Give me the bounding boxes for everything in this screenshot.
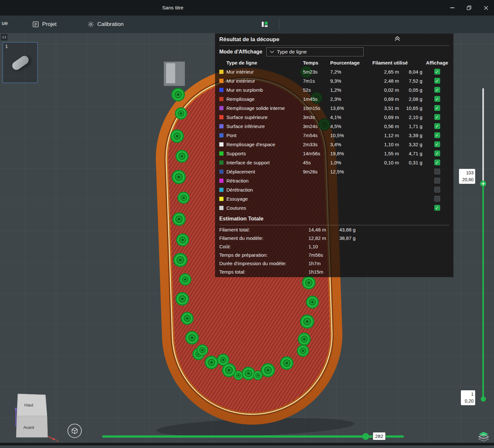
line-color-swatch <box>219 97 223 101</box>
filament-length: 2,48 m <box>372 78 402 84</box>
layers-icon <box>478 431 489 442</box>
lower-layer-height: 0,20 <box>463 398 474 405</box>
line-time: 3m3s <box>303 114 330 120</box>
line-time: 52s <box>303 87 330 93</box>
panel-collapse-button[interactable] <box>394 36 400 42</box>
filament-weight: 3,39 g <box>402 133 425 138</box>
filament-weight: 8,04 g <box>402 69 425 75</box>
line-color-swatch <box>219 188 223 192</box>
clipped-menu-text[interactable]: ue <box>2 20 8 27</box>
plate-thumbnail[interactable]: 1 <box>3 42 38 83</box>
layer-slider-track[interactable] <box>482 182 484 400</box>
window-controls <box>447 0 491 16</box>
line-color-swatch <box>219 88 223 92</box>
line-type-label: Essuyage <box>226 196 303 202</box>
orientation-gizmo[interactable]: Haut Avant x <box>12 391 63 443</box>
window-title: Sans titre <box>162 0 183 16</box>
display-checkbox[interactable] <box>434 169 440 174</box>
line-color-swatch <box>219 170 223 174</box>
display-checkbox[interactable]: ✓ <box>434 132 440 138</box>
table-header: Type de ligne Temps Pourcentage Filament… <box>219 58 449 67</box>
line-type-row: Interface de support45s1,0%0,10 m0,31 g✓ <box>219 158 449 167</box>
line-percentage: 9,3% <box>330 78 372 84</box>
tab-calibration[interactable]: Calibration <box>88 16 124 33</box>
line-type-row: Supports14m56s19,8%1,55 m4,71 g✓ <box>219 149 449 158</box>
line-type-row: Déplacement9m26s12,5% <box>219 167 449 176</box>
filament-length: 1,12 m <box>372 133 402 138</box>
line-type-label: Surface supérieure <box>226 114 303 120</box>
total-value-1: 14,48 m <box>308 227 339 232</box>
line-percentage: 2,3% <box>330 96 372 102</box>
collapse-arrows-icon <box>2 36 6 39</box>
display-checkbox[interactable]: ✓ <box>434 87 440 93</box>
upper-layer-number: 103 <box>461 170 474 176</box>
print-progress-slider-track[interactable] <box>102 435 404 438</box>
display-checkbox[interactable]: ✓ <box>434 105 440 111</box>
filament-weight: 2,08 g <box>402 96 425 102</box>
display-checkbox[interactable]: ✓ <box>434 159 440 165</box>
line-type-label: Mur intérieur <box>226 69 303 75</box>
line-color-swatch <box>219 160 223 165</box>
line-type-row: Mur extérieur7m1s9,3%2,48 m7,52 g✓ <box>219 76 449 85</box>
total-label: Coût: <box>219 244 308 249</box>
display-checkbox[interactable] <box>434 196 440 202</box>
print-progress-slider-handle[interactable] <box>362 433 369 440</box>
line-type-row: Coutures✓ <box>219 203 449 212</box>
line-type-label: Remplissage <box>226 96 303 102</box>
tab-project[interactable]: Projet <box>32 16 56 33</box>
double-chevron-up-icon <box>394 36 400 41</box>
project-icon <box>32 21 39 28</box>
display-checkbox[interactable]: ✓ <box>434 69 440 75</box>
display-checkbox[interactable]: ✓ <box>434 123 440 129</box>
layer-slider-lower-value: 1 0,20 <box>461 390 475 405</box>
view-reset-button[interactable] <box>67 424 82 438</box>
line-type-label: Dérétraction <box>226 187 303 193</box>
filament-weight: 3,32 g <box>402 142 425 147</box>
line-type-row: Remplissage d'espace2m33s3,4%1,10 m3,32 … <box>219 140 449 149</box>
app-window: Sans titre ue Projet <box>0 0 494 448</box>
line-type-table-body: Mur intérieur5m23s7,2%2,65 m8,04 g✓Mur e… <box>219 67 449 212</box>
line-type-label: Mur en surplomb <box>226 87 303 93</box>
display-checkbox[interactable] <box>434 187 440 193</box>
total-label: Temps total: <box>219 269 308 275</box>
main-toolbar: ue Projet Calibration <box>0 16 494 33</box>
display-mode-value: Type de ligne <box>277 49 307 55</box>
total-row: Temps total:1h15m <box>219 267 449 276</box>
display-checkbox[interactable]: ✓ <box>434 205 440 211</box>
line-color-swatch <box>219 106 223 110</box>
total-label: Filament du modèle: <box>219 235 308 241</box>
display-checkbox[interactable]: ✓ <box>434 78 440 84</box>
line-time: 3m24s <box>303 124 330 129</box>
line-color-swatch <box>219 70 223 74</box>
line-color-swatch <box>219 124 223 128</box>
model-preview <box>11 54 30 71</box>
display-mode-select[interactable]: Type de ligne <box>266 47 364 56</box>
viewport-3d[interactable]: 1 Résultat de la découpe Mode d'Affichag… <box>0 33 494 445</box>
line-time: 7m1s <box>303 78 330 84</box>
layer-slider-track-upper[interactable] <box>482 88 484 182</box>
line-type-label: Mur extérieur <box>226 78 303 84</box>
col-time: Temps <box>303 60 330 65</box>
plate-settings-icon[interactable] <box>261 21 268 28</box>
line-percentage: 19,8% <box>330 151 372 156</box>
gizmo-x-label: x <box>56 438 59 443</box>
display-checkbox[interactable] <box>434 178 440 183</box>
panel-title: Résultat de la découpe <box>219 36 279 43</box>
close-button[interactable] <box>480 2 491 13</box>
display-checkbox[interactable]: ✓ <box>434 150 440 156</box>
restore-button[interactable] <box>464 2 475 13</box>
display-checkbox[interactable]: ✓ <box>434 114 440 120</box>
layer-slider-upper-handle[interactable] <box>480 181 486 187</box>
display-checkbox[interactable]: ✓ <box>434 141 440 147</box>
line-type-label: Remplissage solide interne <box>226 105 303 111</box>
cube-icon <box>71 427 78 434</box>
line-color-swatch <box>219 79 223 83</box>
layers-view-button[interactable] <box>478 431 489 443</box>
line-type-label: Coutures <box>226 205 303 211</box>
layer-slider-lower-handle[interactable] <box>481 396 486 402</box>
sidebar-collapse-button[interactable] <box>1 34 7 41</box>
display-checkbox[interactable]: ✓ <box>434 96 440 102</box>
minimize-button[interactable] <box>447 2 458 13</box>
title-bar: Sans titre <box>0 0 494 16</box>
col-display: Affichage <box>425 60 449 65</box>
